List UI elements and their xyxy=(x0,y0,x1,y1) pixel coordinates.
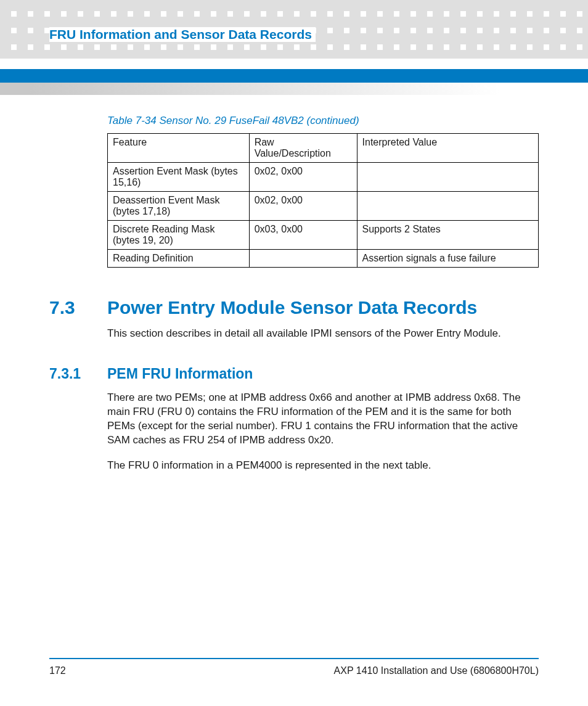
cell-feature: Assertion Event Mask (bytes 15,16) xyxy=(108,163,250,192)
table-header-row: Feature Raw Value/Description Interprete… xyxy=(108,134,539,163)
table-row: Discrete Reading Mask (bytes 19, 20) 0x0… xyxy=(108,221,539,250)
table-row: Reading Definition Assertion signals a f… xyxy=(108,250,539,268)
section-heading: 7.3 Power Entry Module Sensor Data Recor… xyxy=(49,297,539,318)
header-blue-bar xyxy=(0,69,588,83)
subsection-heading: 7.3.1 PEM FRU Information xyxy=(49,366,539,382)
sensor-table: Feature Raw Value/Description Interprete… xyxy=(107,133,539,268)
subsection-number: 7.3.1 xyxy=(49,366,107,382)
cell-interp xyxy=(357,163,538,192)
cell-feature: Reading Definition xyxy=(108,250,250,268)
cell-raw: 0x03, 0x00 xyxy=(249,221,357,250)
page-footer: 172 AXP 1410 Installation and Use (68068… xyxy=(49,658,539,676)
cell-interp: Assertion signals a fuse failure xyxy=(357,250,538,268)
cell-interp xyxy=(357,192,538,221)
page-content: Table 7-34 Sensor No. 29 FuseFail 48VB2 … xyxy=(49,115,539,473)
cell-raw: 0x02, 0x00 xyxy=(249,192,357,221)
document-id: AXP 1410 Installation and Use (6806800H7… xyxy=(334,665,539,676)
cell-raw xyxy=(249,250,357,268)
subsection-title: PEM FRU Information xyxy=(107,366,253,382)
col-header-raw: Raw Value/Description xyxy=(249,134,357,163)
col-header-feature: Feature xyxy=(108,134,250,163)
col-header-interpreted: Interpreted Value xyxy=(357,134,538,163)
body-paragraph: There are two PEMs; one at IPMB address … xyxy=(107,391,539,448)
cell-feature: Discrete Reading Mask (bytes 19, 20) xyxy=(108,221,250,250)
cell-feature: Deassertion Event Mask (bytes 17,18) xyxy=(108,192,250,221)
cell-raw: 0x02, 0x00 xyxy=(249,163,357,192)
cell-interp: Supports 2 States xyxy=(357,221,538,250)
section-intro: This section describes in detail all ava… xyxy=(107,327,539,341)
table-row: Assertion Event Mask (bytes 15,16) 0x02,… xyxy=(108,163,539,192)
table-row: Deassertion Event Mask (bytes 17,18) 0x0… xyxy=(108,192,539,221)
section-title: Power Entry Module Sensor Data Records xyxy=(107,297,477,318)
chapter-title: FRU Information and Sensor Data Records xyxy=(49,27,316,42)
section-number: 7.3 xyxy=(49,297,107,318)
page-number: 172 xyxy=(49,665,66,676)
header-fade-bar xyxy=(0,83,588,95)
body-paragraph: The FRU 0 information in a PEM4000 is re… xyxy=(107,459,539,473)
table-caption: Table 7-34 Sensor No. 29 FuseFail 48VB2 … xyxy=(107,115,539,127)
